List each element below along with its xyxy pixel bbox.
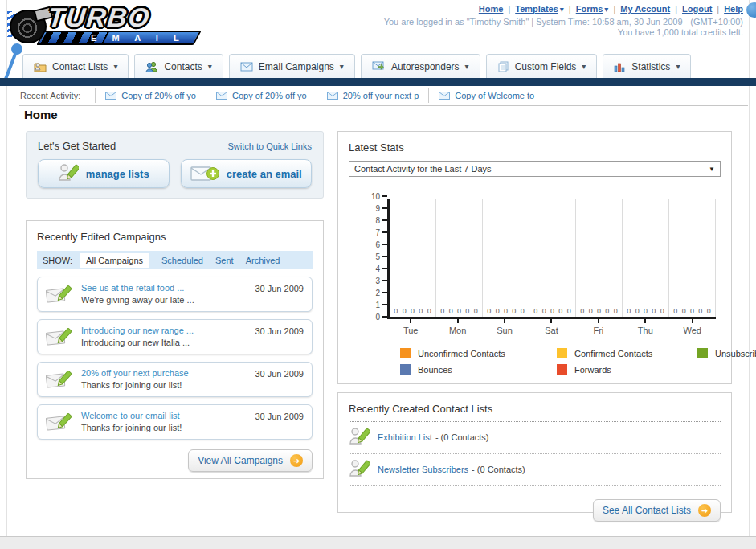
recently-edited-campaigns-panel: Recently Edited Campaigns SHOW: All Camp… [26,220,324,479]
campaign-row[interactable]: See us at the retail food ... We're givi… [37,277,313,312]
view-all-campaigns-label: View All Campaigns [198,455,283,466]
chevron-down-icon: ▾ [582,62,586,71]
legend-swatch-icon [557,348,567,358]
x-axis-label: Sat [528,319,574,335]
campaign-title[interactable]: See us at the retail food ... [81,283,247,293]
data-point-label: 0 [533,307,537,315]
campaign-subtitle: Thanks for joining our list! [81,380,247,390]
get-started-panel: Let's Get Started Switch to Quick Links … [26,131,324,199]
nav-link-forms[interactable]: Forms [576,4,603,14]
tab-label: Custom Fields [515,61,577,72]
see-all-contact-lists-button[interactable]: See All Contact Lists ➜ [593,499,721,522]
recently-created-contact-lists-panel: Recently Created Contact Lists Exhibitio… [337,392,732,513]
tab-statistics[interactable]: Statistics ▾ [603,54,691,78]
data-point-label: 0 [457,307,461,315]
campaign-subtitle: Introducing our new Italia ... [81,338,247,347]
data-point-label: 0 [614,307,618,315]
data-point-label: 0 [427,307,431,315]
campaign-date: 30 Jun 2009 [255,283,304,305]
chevron-down-icon: ▾ [676,62,680,71]
campaign-title[interactable]: Welcome to our email list [81,411,247,420]
contact-list-row[interactable]: Exhibition List- (0 Contacts) [349,422,721,454]
recent-activity-item[interactable]: 20% off your next p [317,88,429,103]
data-point-label: 0 [567,307,571,315]
manage-lists-button[interactable]: manage lists [38,159,170,188]
campaign-date: 30 Jun 2009 [255,411,304,433]
person-pencil-icon [349,459,370,480]
filter-archived[interactable]: Archived [246,256,280,265]
tab-contact-lists[interactable]: Contact Lists ▾ [22,54,129,78]
data-point-label: 0 [627,307,631,315]
create-email-button[interactable]: create an email [181,159,313,188]
stats-period-select[interactable]: Contact Activity for the Last 7 Days ▼ [349,161,721,177]
view-all-campaigns-button[interactable]: View All Campaigns ➜ [188,449,313,472]
x-axis-label: Mon [434,319,480,335]
envelope-pencil-icon [46,411,73,433]
campaign-row[interactable]: Welcome to our email list Thanks for joi… [37,404,313,440]
chart-groups: 00000000000000000000000000000000000 [390,199,716,317]
filter-scheduled[interactable]: Scheduled [161,256,203,265]
recent-activity-bar: Recent Activity: Copy of 20% off yo Copy… [20,88,544,104]
data-point-label: 0 [487,307,491,315]
campaigns-title: Recently Edited Campaigns [37,231,313,243]
campaign-title[interactable]: 20% off your next purchase [81,368,247,378]
campaign-row[interactable]: 20% off your next purchase Thanks for jo… [37,362,313,397]
envelope-arrow-icon [372,61,386,72]
nav-link-home[interactable]: Home [479,4,504,14]
contact-list-link[interactable]: Exhibition List [378,432,432,442]
envelope-icon [327,92,338,100]
chart-day-group: 00000 [576,199,623,317]
campaign-date: 30 Jun 2009 [255,368,304,391]
bar-chart-icon [614,61,626,72]
tab-label: Autoresponders [391,61,460,72]
login-info: You are logged in as "Timothy Smith" | S… [384,17,743,27]
turbo-email-logo[interactable]: TURBO E M A I L [8,3,209,50]
data-point-label: 0 [635,307,640,315]
contacts-icon [145,61,158,72]
y-axis-tick: 3 [355,276,387,285]
envelope-icon [439,92,450,100]
contact-list-link[interactable]: Newsletter Subscribers [378,465,468,474]
nav-link-logout[interactable]: Logout [682,4,712,14]
tab-custom-fields[interactable]: Custom Fields ▾ [486,54,598,78]
chart-day-group: 00000 [436,199,483,317]
contact-list-row[interactable]: Newsletter Subscribers- (0 Contacts) [349,454,721,486]
envelope-pencil-icon [46,283,73,305]
chevron-down-icon: ▾ [113,62,117,71]
data-point-label: 0 [449,307,453,315]
page-title: Home [24,108,58,121]
filter-sent[interactable]: Sent [215,256,234,265]
nav-link-templates[interactable]: Templates [515,4,558,14]
campaign-subtitle: Thanks for joining our list! [81,423,247,432]
person-pencil-icon [349,427,370,448]
campaign-row[interactable]: Introducing our new range ... Introducin… [37,319,313,354]
filter-all-campaigns[interactable]: All Campaigns [80,253,149,268]
nav-separator: | [717,4,719,14]
data-point-label: 0 [542,307,546,315]
tab-label: Email Campaigns [259,61,334,72]
legend-label: Bounces [418,365,452,375]
manage-lists-label: manage lists [86,168,149,180]
nav-link-my-account[interactable]: My Account [620,4,670,14]
nav-link-help[interactable]: Help [724,4,743,14]
folder-contact-icon [34,61,47,72]
logo-email-bar: E M A I L [36,31,202,45]
chart-day-group: 00000 [623,199,669,317]
tab-email-campaigns[interactable]: Email Campaigns ▾ [229,54,355,78]
recent-activity-item[interactable]: Copy of 20% off yo [95,88,206,103]
chart-day-group: 00000 [529,199,576,317]
x-axis-label: Wed [669,319,716,335]
contact-lists-title: Recently Created Contact Lists [349,403,721,422]
tab-autoresponders[interactable]: Autoresponders ▾ [361,54,480,78]
recent-activity-item[interactable]: Copy of 20% off yo [206,88,317,103]
y-axis-tick: 2 [355,288,387,297]
tab-contacts[interactable]: Contacts ▾ [134,54,223,78]
recent-activity-item[interactable]: Copy of Welcome to [428,88,544,103]
legend-item: Forwards [557,364,697,375]
legend-item: Bounces [400,364,557,375]
logo-title: TURBO [47,2,152,33]
create-email-label: create an email [227,168,302,180]
switch-quick-links-link[interactable]: Switch to Quick Links [227,141,312,151]
main-nav-tabs: Contact Lists ▾ Contacts ▾ Email Campaig… [22,54,691,78]
campaign-title[interactable]: Introducing our new range ... [81,326,247,335]
